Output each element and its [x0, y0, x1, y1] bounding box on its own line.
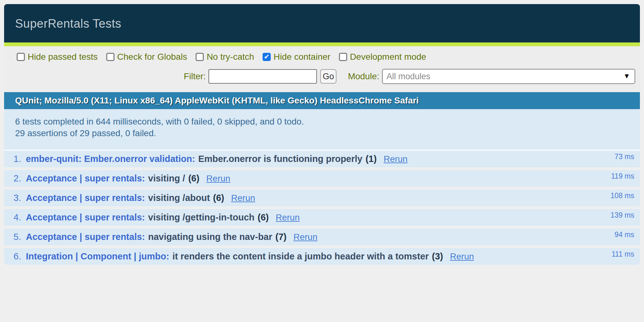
checkbox-no-try-catch[interactable]: ✔ No try-catch — [196, 52, 254, 62]
module-name: Acceptance | super rentals: — [26, 212, 145, 223]
checkbox-row: ✔ Hide passed tests ✔ Check for Globals … — [17, 52, 635, 62]
test-name[interactable]: it renders the content inside a jumbo he… — [172, 251, 429, 262]
checkbox-box[interactable]: ✔ — [196, 53, 204, 61]
assertion-counts: (6) — [213, 193, 224, 203]
test-runtime: 108 ms — [611, 192, 634, 200]
test-name[interactable]: visiting /about — [148, 193, 210, 203]
test-number: 3. — [14, 193, 21, 203]
test-result-summary: 6 tests completed in 644 milliseconds, w… — [4, 109, 640, 151]
checkmark-icon: ✔ — [264, 53, 269, 61]
test-row: 2. Acceptance | super rentals: visiting … — [4, 170, 640, 187]
test-number: 2. — [14, 173, 21, 184]
module-select-wrap: All modules ▼ — [382, 69, 635, 84]
checkbox-label: No try-catch — [207, 52, 254, 62]
test-number: 4. — [14, 212, 21, 223]
test-runtime: 111 ms — [612, 250, 634, 258]
assertion-counts: (7) — [275, 232, 286, 242]
module-name: Acceptance | super rentals: — [26, 193, 145, 203]
useragent-banner: QUnit; Mozilla/5.0 (X11; Linux x86_64) A… — [4, 92, 640, 109]
test-runtime: 94 ms — [614, 230, 634, 239]
pass-status-bar — [4, 42, 640, 46]
assertion-counts: (3) — [432, 251, 443, 262]
test-row: 1. ember-qunit: Ember.onerror validation… — [4, 151, 640, 167]
filter-input[interactable] — [208, 69, 317, 84]
module-label: Module: — [348, 71, 379, 81]
test-row: 4. Acceptance | super rentals: visiting … — [4, 209, 640, 226]
test-number: 1. — [14, 154, 21, 164]
rerun-link[interactable]: Rerun — [450, 252, 474, 262]
test-name[interactable]: visiting /getting-in-touch — [148, 212, 254, 223]
rerun-link[interactable]: Rerun — [293, 232, 317, 242]
checkbox-box[interactable]: ✔ — [339, 53, 347, 61]
qunit-container: SuperRentals Tests ✔ Hide passed tests ✔… — [4, 4, 640, 265]
assertion-counts: (6) — [188, 173, 199, 184]
checkbox-development-mode[interactable]: ✔ Development mode — [339, 52, 426, 62]
module-select[interactable]: All modules — [382, 69, 635, 84]
test-runtime: 119 ms — [611, 172, 634, 180]
checkbox-box[interactable]: ✔ — [106, 53, 114, 61]
module-name: Integration | Component | jumbo: — [26, 251, 169, 262]
rerun-link[interactable]: Rerun — [231, 193, 255, 203]
test-runtime: 73 ms — [614, 153, 634, 161]
filter-label: Filter: — [184, 71, 206, 81]
test-number: 5. — [14, 232, 21, 242]
summary-line-completed: 6 tests completed in 644 milliseconds, w… — [15, 116, 629, 127]
module-name: Acceptance | super rentals: — [26, 173, 145, 184]
test-row: 3. Acceptance | super rentals: visiting … — [4, 190, 640, 206]
assertion-counts: (1) — [365, 154, 376, 164]
assertion-counts: (6) — [258, 212, 269, 223]
checkbox-box[interactable]: ✔ — [17, 53, 25, 61]
checkbox-hide-passed-tests[interactable]: ✔ Hide passed tests — [17, 52, 98, 62]
test-name[interactable]: navigating using the nav-bar — [148, 232, 272, 242]
filter-row: Filter: Go Module: All modules ▼ — [17, 69, 635, 84]
rerun-link[interactable]: Rerun — [276, 213, 300, 223]
module-name: Acceptance | super rentals: — [26, 232, 145, 242]
checkbox-box[interactable]: ✔ — [263, 53, 271, 61]
module-name: ember-qunit: Ember.onerror validation: — [26, 154, 195, 164]
checkbox-label: Development mode — [350, 52, 426, 62]
test-row: 5. Acceptance | super rentals: navigatin… — [4, 229, 640, 245]
checkbox-hide-container[interactable]: ✔ Hide container — [263, 52, 330, 62]
checkbox-label: Check for Globals — [117, 52, 187, 62]
checkbox-check-for-globals[interactable]: ✔ Check for Globals — [106, 52, 187, 62]
checkbox-label: Hide container — [274, 52, 330, 62]
page-title: SuperRentals Tests — [4, 4, 640, 42]
rerun-link[interactable]: Rerun — [206, 174, 230, 184]
test-name[interactable]: Ember.onerror is functioning properly — [198, 154, 362, 164]
test-list: 1. ember-qunit: Ember.onerror validation… — [4, 151, 640, 265]
go-button[interactable]: Go — [320, 69, 336, 84]
test-number: 6. — [14, 251, 21, 262]
summary-line-assertions: 29 assertions of 29 passed, 0 failed. — [15, 127, 629, 139]
checkbox-label: Hide passed tests — [28, 52, 98, 62]
test-name[interactable]: visiting / — [148, 173, 185, 184]
test-row: 6. Integration | Component | jumbo: it r… — [4, 248, 640, 265]
test-runtime: 139 ms — [611, 211, 634, 219]
rerun-link[interactable]: Rerun — [384, 154, 408, 164]
testrunner-toolbar: ✔ Hide passed tests ✔ Check for Globals … — [4, 46, 640, 92]
